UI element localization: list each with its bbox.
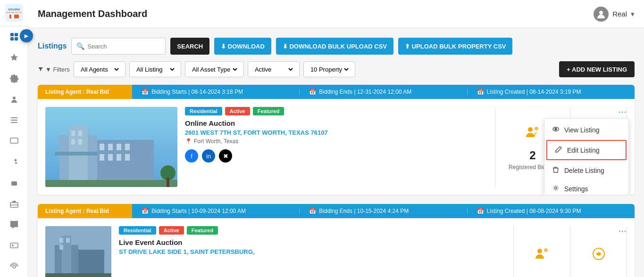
svg-rect-11 <box>11 120 17 121</box>
sidebar-item-settings[interactable] <box>0 68 28 89</box>
tag-featured-1: Featured <box>253 107 284 115</box>
listing-header-2: Listing Agent : Real Bid 📅 Bidding Start… <box>38 204 635 219</box>
search-input[interactable] <box>87 43 160 50</box>
svg-point-23 <box>555 128 557 130</box>
sidebar-item-radio[interactable] <box>0 256 28 277</box>
sidebar-item-monitor[interactable] <box>0 130 28 151</box>
tag-residential-1: Residential <box>185 107 222 115</box>
listing-filter[interactable]: All Listing <box>129 61 181 77</box>
listing-address-2[interactable]: ST DRIVE LAKE SIDE 1, SAINT PETERSBURG, <box>119 248 506 255</box>
listing-info-1: Residential Active Featured Online Aucti… <box>185 107 487 187</box>
svg-point-21 <box>599 11 603 15</box>
linkedin-icon-1[interactable]: in <box>202 149 215 163</box>
svg-rect-51 <box>78 250 104 277</box>
settings-option[interactable]: Settings <box>544 179 628 195</box>
listing-agent-1: Listing Agent : Real Bid <box>38 85 132 99</box>
svg-rect-32 <box>71 139 75 145</box>
avatar <box>594 7 609 22</box>
search-button[interactable]: SEARCH <box>170 38 209 55</box>
sidebar-item-tools[interactable] <box>0 152 28 172</box>
search-box: 🔍 <box>71 38 166 55</box>
social-icons-1: f in ✖ <box>185 149 487 163</box>
bidding-starts-1: 📅 Bidding Starts | 08-14-2024 3:18 PM <box>132 89 300 95</box>
registered-bidders-box-2 <box>514 226 570 277</box>
svg-rect-44 <box>167 178 169 187</box>
svg-point-20 <box>13 265 16 268</box>
listing-tags-1: Residential Active Featured <box>185 107 487 115</box>
svg-rect-10 <box>11 117 17 118</box>
sidebar-item-robot[interactable] <box>0 172 28 193</box>
sidebar-item-id-card[interactable] <box>0 235 28 256</box>
listing-created-2: 📅 Listing Created | 08-08-2024 9:30 PM <box>468 208 635 214</box>
svg-point-57 <box>544 248 548 252</box>
bidders-icon-1 <box>524 124 541 144</box>
bidding-ends-2: 📅 Bidding Ends | 10-15-2024 4:24 PM <box>300 208 467 214</box>
location-pin-icon-1: 📍 <box>185 138 192 145</box>
svg-rect-41 <box>125 154 130 161</box>
delete-listing-option[interactable]: Delete Listing <box>544 161 628 179</box>
sidebar-item-chat[interactable] <box>0 214 28 235</box>
listing-title-2: Live Event Auction <box>119 238 506 246</box>
add-listing-button[interactable]: + ADD NEW LISTING <box>559 61 635 77</box>
dropdown-menu-1: View Listing Edit Listing Delete Listing <box>544 118 629 195</box>
svg-rect-37 <box>125 144 130 150</box>
listing-select[interactable]: All Listing <box>134 65 176 73</box>
listing-address-1[interactable]: 2601 WEST 7TH ST, FORT WORTH, TEXAS 7610… <box>185 129 487 136</box>
svg-rect-7 <box>10 37 14 41</box>
listing-tags-2: Residential Active Featured <box>119 226 506 235</box>
logo: HOUSING REAL BID GROUP <box>0 0 28 26</box>
sidebar-item-users[interactable] <box>0 89 28 110</box>
svg-rect-14 <box>11 181 17 186</box>
agents-filter[interactable]: All Agents <box>74 61 125 77</box>
facebook-icon-1[interactable]: f <box>185 149 198 163</box>
options-menu-button-2[interactable]: ⋯ <box>616 224 629 237</box>
status-select[interactable]: Active <box>253 65 294 73</box>
status-filter[interactable]: Active <box>248 61 300 77</box>
sidebar-item-briefcase[interactable] <box>0 194 28 214</box>
svg-point-19 <box>12 244 14 246</box>
edit-listing-option[interactable]: Edit Listing <box>546 140 627 160</box>
svg-rect-4 <box>11 15 14 18</box>
sidebar-item-list[interactable] <box>0 110 28 130</box>
svg-rect-28 <box>55 152 102 155</box>
listings-bar: Listings 🔍 SEARCH ⬇ DOWNLOAD ⬇ DOWNLOAD … <box>38 38 635 55</box>
bids-icon-2 <box>590 245 607 266</box>
listing-dates-2: 📅 Bidding Starts | 10-09-2024 12:00 AM 📅… <box>132 204 635 218</box>
calendar-icon-3: 📅 <box>477 89 484 95</box>
svg-rect-31 <box>78 130 82 136</box>
user-dropdown-icon[interactable]: ▾ <box>631 10 635 18</box>
tag-active-1: Active <box>225 107 250 115</box>
svg-rect-12 <box>11 122 17 123</box>
calendar-icon-4: 📅 <box>142 208 149 214</box>
tag-residential-2: Residential <box>119 226 156 235</box>
download-bulk-csv-button[interactable]: ⬇ DOWNLOAD BULK UPLOAD CSV <box>276 38 393 55</box>
listing-stats-2 <box>513 226 627 277</box>
listing-body-1: ⋯ View Listing Edit Listing <box>38 99 635 195</box>
view-listing-option[interactable]: View Listing <box>544 121 628 139</box>
calendar-icon-1: 📅 <box>142 89 149 95</box>
bidding-starts-2: 📅 Bidding Starts | 10-09-2024 12:00 AM <box>132 208 300 214</box>
listing-created-1: 📅 Listing Created | 08-14-2024 3:19 PM <box>468 89 635 95</box>
listing-card-1: Listing Agent : Real Bid 📅 Bidding Start… <box>38 85 635 195</box>
expand-sidebar-button[interactable]: ► <box>20 29 33 42</box>
asset-type-select[interactable]: All Asset Type <box>190 65 239 73</box>
property-count-filter[interactable]: 10 Property <box>303 61 355 77</box>
download-button[interactable]: ⬇ DOWNLOAD <box>214 38 271 55</box>
options-menu-button-1[interactable]: ⋯ <box>616 105 629 118</box>
asset-type-filter[interactable]: All Asset Type <box>185 61 244 77</box>
x-icon-1[interactable]: ✖ <box>219 149 232 163</box>
svg-point-59 <box>597 253 600 255</box>
sidebar-item-star[interactable] <box>0 47 28 68</box>
agents-select[interactable]: All Agents <box>79 65 120 73</box>
upload-bulk-csv-button[interactable]: ⬆ UPLOAD BULK PROPERTY CSV <box>398 38 512 55</box>
listing-dates-1: 📅 Bidding Starts | 08-14-2024 3:18 PM 📅 … <box>132 85 635 99</box>
svg-point-9 <box>13 97 16 99</box>
property-count-select[interactable]: 10 Property <box>309 65 350 73</box>
svg-rect-39 <box>108 154 113 161</box>
listing-agent-2: Listing Agent : Real Bid <box>38 204 132 218</box>
svg-rect-34 <box>100 144 104 150</box>
svg-point-24 <box>555 187 557 189</box>
listing-image-1 <box>45 107 177 187</box>
svg-point-45 <box>528 127 533 132</box>
user-menu[interactable]: Real ▾ <box>594 7 635 22</box>
